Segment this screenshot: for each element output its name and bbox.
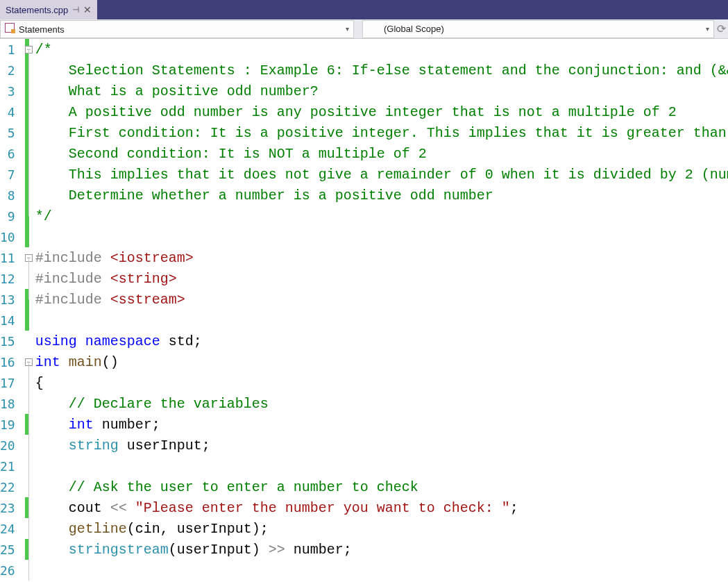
line-number: 18 <box>0 393 25 414</box>
tab-label: Statements.cpp <box>6 5 68 15</box>
code-text: Second condition: It is NOT a multiple o… <box>35 146 427 162</box>
line-number: 8 <box>0 185 25 206</box>
code-text: main <box>69 354 102 370</box>
code-text: int <box>35 417 102 433</box>
file-tab[interactable]: Statements.cpp ⊣ ✕ <box>0 0 97 19</box>
code-text: // Ask the user to enter a number to che… <box>35 479 418 495</box>
line-number: 25 <box>0 539 25 560</box>
line-number: 23 <box>0 497 25 518</box>
code-text: userInput <box>127 438 202 454</box>
code-text: { <box>35 375 44 391</box>
code-content[interactable]: /* Selection Statements : Example 6: If-… <box>33 39 728 582</box>
line-number: 11 <box>0 247 25 268</box>
code-text: A positive odd number is any positive in… <box>35 104 677 120</box>
code-text: int <box>35 354 69 370</box>
code-text: std <box>169 333 194 349</box>
scope-left-label: Statements <box>19 24 65 35</box>
code-text: cout <box>35 500 110 516</box>
code-text: ( <box>169 542 177 558</box>
line-number: 26 <box>0 560 25 581</box>
line-number: 9 <box>0 206 25 226</box>
line-number: 13 <box>0 289 25 310</box>
nav-bar: Statements ▾ (Global Scope) ▾ ⟳ <box>0 19 728 39</box>
scope-dropdown-right[interactable]: (Global Scope) ▾ <box>362 20 714 38</box>
line-number: 14 <box>0 310 25 331</box>
code-text: What is a positive odd number? <box>35 83 319 99</box>
code-text: << <box>110 500 135 516</box>
code-text: ; <box>194 333 202 349</box>
line-number: 2 <box>0 60 25 81</box>
line-number: 3 <box>0 81 25 101</box>
code-text: #include <box>35 271 110 287</box>
fold-column: − − − <box>25 39 33 582</box>
code-text: using <box>35 333 85 349</box>
line-number: 17 <box>0 372 25 393</box>
line-number: 16 <box>0 351 25 372</box>
code-text: Selection Statements : Example 6: If-els… <box>35 63 728 78</box>
line-number: 15 <box>0 331 25 351</box>
code-text: >> <box>269 542 294 558</box>
line-number: 19 <box>0 414 25 435</box>
line-number: 24 <box>0 518 25 539</box>
scope-dropdown-left[interactable]: Statements ▾ <box>0 20 354 38</box>
code-text: string <box>35 438 127 454</box>
code-text: This implies that it does not give a rem… <box>35 167 728 183</box>
code-text: ; <box>152 417 160 433</box>
code-text: #include <box>35 292 110 308</box>
chevron-down-icon: ▾ <box>706 25 709 33</box>
line-number-gutter: 1 2 3 4 5 6 7 8 9 10 11 12 13 14 15 16 1… <box>0 39 25 582</box>
line-number: 22 <box>0 476 25 497</box>
title-bar: Statements.cpp ⊣ ✕ <box>0 0 728 19</box>
code-text: ); <box>252 521 269 537</box>
code-text: /* <box>35 42 52 58</box>
line-number: 21 <box>0 456 25 476</box>
code-text: ; <box>202 438 210 454</box>
line-number: 1 <box>0 39 25 60</box>
code-editor[interactable]: 1 2 3 4 5 6 7 8 9 10 11 12 13 14 15 16 1… <box>0 39 728 582</box>
code-text: #include <box>35 250 110 266</box>
line-number: 6 <box>0 143 25 164</box>
code-text: ; <box>510 500 518 516</box>
code-text: userInput <box>177 542 252 558</box>
code-text: Determine whether a number is a positive… <box>35 188 493 203</box>
line-number: 5 <box>0 122 25 143</box>
line-number: 4 <box>0 101 25 122</box>
nav-extra-icon[interactable]: ⟳ <box>714 22 728 35</box>
chevron-down-icon: ▾ <box>346 25 349 33</box>
code-text: // Declare the variables <box>35 396 269 412</box>
code-text: ) <box>252 542 269 558</box>
class-icon <box>5 23 15 33</box>
line-number: 20 <box>0 435 25 456</box>
scope-right-label: (Global Scope) <box>384 24 444 34</box>
code-text: () <box>102 354 119 370</box>
code-text: "Please enter the number you want to che… <box>135 500 510 516</box>
code-text: number <box>294 542 344 558</box>
code-text: <sstream> <box>110 292 185 308</box>
code-text: First condition: It is a positive intege… <box>35 125 728 141</box>
code-text: namespace <box>85 333 169 349</box>
code-text: ( <box>127 521 135 537</box>
code-text: <string> <box>110 271 177 287</box>
pin-icon[interactable]: ⊣ <box>72 5 79 15</box>
code-text: userInput <box>177 521 252 537</box>
close-icon[interactable]: ✕ <box>83 4 92 15</box>
code-text: */ <box>35 208 52 224</box>
line-number: 7 <box>0 164 25 185</box>
code-text: ; <box>344 542 352 558</box>
code-text: stringstream <box>35 542 169 558</box>
code-text: , <box>160 521 177 537</box>
code-text: number <box>102 417 152 433</box>
code-text: <iostream> <box>110 250 194 266</box>
code-text: cin <box>135 521 160 537</box>
line-number: 12 <box>0 268 25 289</box>
line-number: 10 <box>0 226 25 247</box>
code-text: getline <box>35 521 127 537</box>
